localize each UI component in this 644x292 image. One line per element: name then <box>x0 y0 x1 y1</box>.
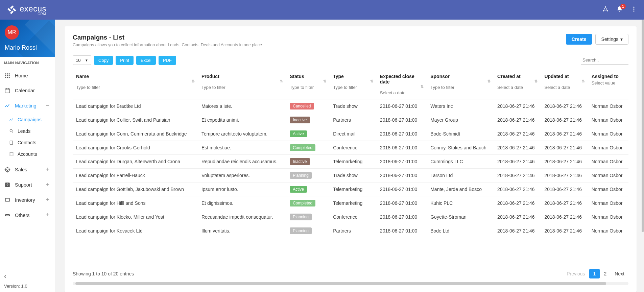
filter-updated[interactable] <box>544 83 585 92</box>
sort-icon[interactable]: ⇅ <box>582 79 585 83</box>
vertical-scrollbar[interactable] <box>642 20 644 292</box>
table-row[interactable]: Lead campaign for Durgan, Altenwerth and… <box>73 155 628 169</box>
expand-icon[interactable]: + <box>45 181 51 188</box>
subnav-item-leads[interactable]: Leads <box>0 125 55 137</box>
nav-item-support[interactable]: ? Support + <box>0 177 55 192</box>
col-sponsor[interactable]: Sponsor⇅ <box>427 71 494 99</box>
sidebar-collapse-icon[interactable]: ‹ <box>4 272 6 280</box>
expand-icon[interactable]: + <box>45 166 51 173</box>
sort-icon[interactable]: ⇅ <box>280 79 283 83</box>
caret-down-icon: ▾ <box>620 36 623 42</box>
subnav-item-contacts[interactable]: Contacts <box>0 137 55 148</box>
table-row[interactable]: Lead campaign for Hilll and SonsEt digni… <box>73 196 628 210</box>
filter-name[interactable] <box>76 83 195 92</box>
sort-icon[interactable]: ⇅ <box>487 79 491 83</box>
sort-icon[interactable]: ⇅ <box>192 79 195 83</box>
col-type[interactable]: Type⇅ <box>330 71 377 99</box>
nav-item-sales[interactable]: Sales + <box>0 162 55 177</box>
collapse-icon[interactable]: − <box>45 102 51 109</box>
logo[interactable]: execus CRM <box>7 4 46 16</box>
table-row[interactable]: Lead campaign for Conn, Cummerata and Bu… <box>73 127 628 141</box>
col-name[interactable]: Name⇅ <box>73 71 198 99</box>
scrollbar-thumb[interactable] <box>642 20 644 232</box>
excel-button[interactable]: Excel <box>136 56 156 65</box>
cell-type: Telemarketing <box>330 182 377 196</box>
col-created[interactable]: Created at⇅ <box>494 71 541 99</box>
copy-button[interactable]: Copy <box>94 56 113 65</box>
nav-item-marketing[interactable]: Marketing − <box>0 98 55 113</box>
expand-icon[interactable]: + <box>45 212 51 219</box>
table-row[interactable]: Lead campaign for Kovacek LtdIllum verit… <box>73 224 628 238</box>
cell-assigned: Norman Osbor <box>588 210 628 224</box>
sort-icon[interactable]: ⇅ <box>323 79 326 83</box>
svg-point-30 <box>7 215 8 216</box>
filter-expected[interactable] <box>380 89 424 98</box>
filter-product[interactable] <box>201 83 283 92</box>
filter-sponsor[interactable] <box>430 83 491 92</box>
more-horiz-icon <box>4 212 11 219</box>
nav-item-home[interactable]: Home <box>0 68 55 83</box>
subnav-label: Leads <box>18 128 30 134</box>
nav-item-others[interactable]: Others + <box>0 208 55 223</box>
svg-rect-0 <box>10 5 14 9</box>
page-1[interactable]: 1 <box>589 269 600 278</box>
nav-item-calendar[interactable]: Calendar <box>0 83 55 98</box>
pagination: Previous 1 2 Next <box>563 269 628 278</box>
status-badge: Inactive <box>290 117 310 123</box>
avatar[interactable]: MR <box>5 25 19 40</box>
subnav-label: Campaigns <box>18 117 42 122</box>
cell-name: Lead campaign for Bradtke Ltd <box>73 99 198 113</box>
create-button[interactable]: Create <box>566 34 592 45</box>
page-2[interactable]: 2 <box>600 269 611 278</box>
version-label: Version: 1.0 <box>4 284 27 289</box>
page-size-select[interactable]: 10 ▼ <box>73 55 91 65</box>
cell-updated: 2018-06-27 21:46 <box>541 127 588 141</box>
cell-sponsor: Cummings LLC <box>427 155 494 169</box>
cell-sponsor: Larson Ltd <box>427 169 494 182</box>
col-assigned[interactable]: Assigned to <box>588 71 628 99</box>
scrollbar-thumb[interactable] <box>75 282 606 285</box>
filter-assigned[interactable] <box>592 79 625 88</box>
subnav-item-campaigns[interactable]: Campaigns <box>0 114 55 125</box>
page-next[interactable]: Next <box>611 269 628 278</box>
cell-sponsor: Mante, Jerde and Bosco <box>427 182 494 196</box>
expand-icon[interactable]: + <box>45 196 51 203</box>
table-footer: Showing 1 to 10 of 20 entries Previous 1… <box>73 269 628 278</box>
col-product[interactable]: Product⇅ <box>198 71 286 99</box>
page-title: Campaigns - List <box>73 34 262 41</box>
cell-expected: 2018-06-27 01:00 <box>377 182 427 196</box>
nav-label: Home <box>15 73 28 78</box>
cell-sponsor: Bode-Schmidt <box>427 127 494 141</box>
sort-icon[interactable]: ⇅ <box>421 84 424 89</box>
table-row[interactable]: Lead campaign for Farrell-HauckVoluptate… <box>73 169 628 182</box>
table-row[interactable]: Lead campaign for Klocko, Miller and Yos… <box>73 210 628 224</box>
table-row[interactable]: Lead campaign for Bradtke LtdMaiores a i… <box>73 99 628 113</box>
svg-point-29 <box>6 215 7 216</box>
sort-icon[interactable]: ⇅ <box>370 79 373 83</box>
filter-type[interactable] <box>333 83 373 92</box>
table-row[interactable]: Lead campaign for Collier, Swift and Par… <box>73 113 628 127</box>
search-input[interactable] <box>581 56 628 65</box>
filter-created[interactable] <box>497 83 538 92</box>
more-icon[interactable] <box>630 6 637 14</box>
table-row[interactable]: Lead campaign for Gottlieb, Jakubowski a… <box>73 182 628 196</box>
table-row[interactable]: Lead campaign for Crooks-GerholdEst mole… <box>73 141 628 155</box>
cell-created: 2018-06-27 21:46 <box>494 141 541 155</box>
svg-point-24 <box>7 169 8 170</box>
col-status[interactable]: Status⇅ <box>286 71 330 99</box>
cell-product: Et expedita animi. <box>198 113 286 127</box>
horizontal-scrollbar[interactable] <box>73 282 628 285</box>
page-previous[interactable]: Previous <box>563 269 589 278</box>
share-icon[interactable] <box>602 6 609 14</box>
print-button[interactable]: Print <box>116 56 134 65</box>
pdf-button[interactable]: PDF <box>159 56 176 65</box>
filter-status[interactable] <box>290 83 326 92</box>
col-updated[interactable]: Updated at⇅ <box>541 71 588 99</box>
sort-icon[interactable]: ⇅ <box>534 79 538 83</box>
subnav-item-accounts[interactable]: Accounts <box>0 148 55 160</box>
notifications-icon[interactable]: 1 <box>616 6 623 14</box>
nav-item-inventory[interactable]: Inventory + <box>0 192 55 208</box>
col-expected[interactable]: Expected close date⇅ <box>377 71 427 99</box>
settings-button[interactable]: Settings ▾ <box>595 34 628 45</box>
cell-product: Illum veritatis. <box>198 224 286 238</box>
